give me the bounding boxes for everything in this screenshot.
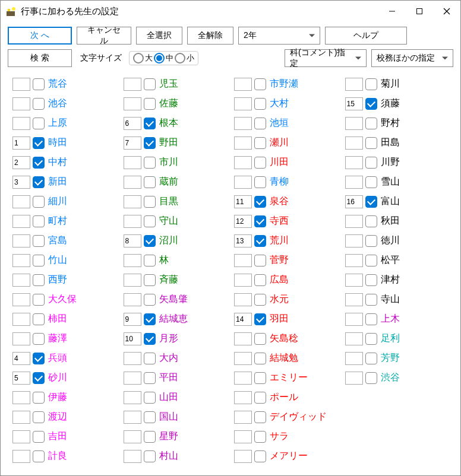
maximize-button[interactable]	[406, 2, 433, 21]
teacher-checkbox[interactable]	[33, 333, 45, 345]
teacher-checkbox[interactable]	[33, 313, 45, 325]
teacher-checkbox[interactable]	[254, 392, 266, 404]
teacher-checkbox[interactable]	[365, 176, 377, 188]
close-button[interactable]	[433, 2, 460, 21]
teacher-checkbox[interactable]	[33, 411, 45, 423]
teacher-checkbox[interactable]	[365, 372, 377, 384]
teacher-checkbox[interactable]	[144, 235, 156, 247]
order-input[interactable]	[12, 411, 30, 424]
order-input[interactable]	[124, 215, 141, 228]
teacher-checkbox[interactable]	[33, 255, 45, 266]
order-input[interactable]: 16	[345, 195, 363, 208]
teacher-checkbox[interactable]	[254, 274, 266, 286]
order-input[interactable]	[345, 156, 363, 169]
teacher-checkbox[interactable]	[33, 392, 45, 404]
teacher-checkbox[interactable]	[254, 353, 266, 364]
teacher-checkbox[interactable]	[254, 294, 266, 306]
order-input[interactable]	[234, 254, 252, 267]
order-input[interactable]	[234, 117, 252, 130]
teacher-checkbox[interactable]	[254, 313, 266, 325]
minimize-button[interactable]	[378, 2, 406, 21]
teacher-checkbox[interactable]	[144, 450, 156, 462]
teacher-checkbox[interactable]	[365, 353, 377, 364]
help-button[interactable]: ヘルプ	[325, 27, 407, 45]
teacher-checkbox[interactable]	[144, 313, 156, 325]
teacher-checkbox[interactable]	[365, 98, 377, 110]
teacher-checkbox[interactable]	[33, 431, 45, 443]
deselect-all-button[interactable]: 全解除	[187, 27, 233, 45]
order-input[interactable]	[345, 372, 363, 385]
order-input[interactable]	[234, 97, 252, 110]
order-input[interactable]	[12, 293, 30, 306]
order-input[interactable]	[345, 254, 363, 267]
teacher-checkbox[interactable]	[33, 353, 45, 364]
fontsize-large-radio[interactable]: 大	[133, 53, 153, 64]
teacher-checkbox[interactable]	[33, 118, 45, 129]
teacher-checkbox[interactable]	[254, 333, 266, 345]
order-input[interactable]	[12, 450, 30, 463]
order-input[interactable]	[124, 372, 141, 385]
teacher-checkbox[interactable]	[33, 196, 45, 208]
subject-select[interactable]: 科(コメント)指定	[285, 49, 367, 67]
order-input[interactable]	[234, 293, 252, 306]
teacher-checkbox[interactable]	[144, 274, 156, 286]
order-input[interactable]	[124, 430, 141, 443]
teacher-checkbox[interactable]	[254, 118, 266, 129]
order-input[interactable]	[234, 372, 252, 385]
order-input[interactable]	[345, 117, 363, 130]
order-input[interactable]	[345, 293, 363, 306]
teacher-checkbox[interactable]	[144, 118, 156, 129]
teacher-checkbox[interactable]	[144, 196, 156, 208]
teacher-checkbox[interactable]	[144, 215, 156, 227]
order-input[interactable]	[124, 254, 141, 267]
order-input[interactable]: 3	[12, 176, 30, 189]
teacher-checkbox[interactable]	[365, 333, 377, 345]
order-input[interactable]	[12, 195, 30, 208]
teacher-checkbox[interactable]	[365, 255, 377, 266]
order-input[interactable]	[345, 215, 363, 228]
teacher-checkbox[interactable]	[254, 372, 266, 384]
teacher-checkbox[interactable]	[144, 411, 156, 423]
order-input[interactable]	[234, 156, 252, 169]
order-input[interactable]	[345, 274, 363, 287]
teacher-checkbox[interactable]	[365, 157, 377, 169]
order-input[interactable]	[124, 391, 141, 404]
order-input[interactable]: 13	[234, 234, 252, 247]
order-input[interactable]	[234, 176, 252, 189]
teacher-checkbox[interactable]	[254, 157, 266, 169]
teacher-checkbox[interactable]	[144, 294, 156, 306]
teacher-checkbox[interactable]	[144, 353, 156, 364]
teacher-checkbox[interactable]	[144, 176, 156, 188]
teacher-checkbox[interactable]	[254, 176, 266, 188]
teacher-checkbox[interactable]	[33, 157, 45, 169]
teacher-checkbox[interactable]	[254, 98, 266, 110]
order-input[interactable]: 7	[124, 137, 141, 150]
order-input[interactable]: 9	[124, 313, 141, 326]
teacher-checkbox[interactable]	[144, 431, 156, 443]
teacher-checkbox[interactable]	[254, 450, 266, 462]
order-input[interactable]: 11	[234, 195, 252, 208]
cancel-button[interactable]: キャンセル	[77, 27, 131, 45]
order-input[interactable]	[124, 97, 141, 110]
teacher-checkbox[interactable]	[33, 78, 45, 90]
order-input[interactable]: 1	[12, 137, 30, 150]
teacher-checkbox[interactable]	[254, 196, 266, 208]
teacher-checkbox[interactable]	[33, 274, 45, 286]
order-input[interactable]	[234, 411, 252, 424]
teacher-checkbox[interactable]	[144, 255, 156, 266]
year-select[interactable]: 2年	[238, 27, 320, 45]
teacher-checkbox[interactable]	[254, 255, 266, 266]
order-input[interactable]	[234, 78, 252, 91]
teacher-checkbox[interactable]	[365, 78, 377, 90]
teacher-checkbox[interactable]	[33, 450, 45, 462]
teacher-checkbox[interactable]	[33, 235, 45, 247]
order-input[interactable]	[234, 450, 252, 463]
teacher-checkbox[interactable]	[33, 294, 45, 306]
teacher-checkbox[interactable]	[365, 294, 377, 306]
teacher-checkbox[interactable]	[254, 431, 266, 443]
order-input[interactable]	[345, 234, 363, 247]
order-input[interactable]	[124, 176, 141, 189]
order-input[interactable]	[124, 156, 141, 169]
order-input[interactable]	[124, 78, 141, 91]
teacher-checkbox[interactable]	[144, 372, 156, 384]
